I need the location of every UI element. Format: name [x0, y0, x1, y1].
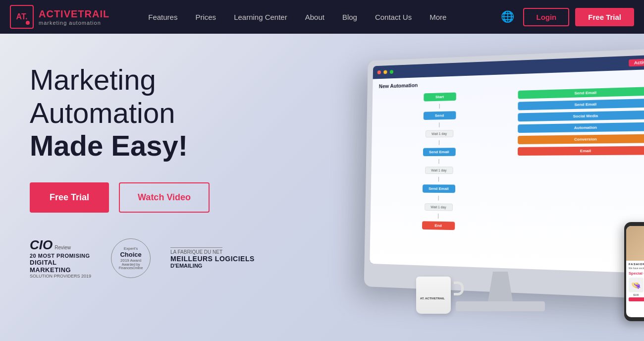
logo-name: ACTIVETRAIL — [39, 8, 109, 20]
globe-icon[interactable]: 🌐 — [498, 7, 517, 26]
logo-text-area: ACTIVETRAIL marketing automation — [39, 8, 109, 26]
node-wait1: Wait 1 day — [425, 130, 453, 137]
watch-video-button[interactable]: Watch Video — [119, 182, 210, 213]
node-r1: Send Email — [518, 87, 644, 99]
fabrique-top: LA FABRIQUE DU NET — [170, 247, 222, 255]
phone-offer-text: We have exciting offers for you! — [629, 267, 644, 270]
mug-body: AT. ACTIVETRAIL — [416, 277, 451, 314]
node-start: Start — [424, 92, 456, 101]
node-r4: Automation — [518, 122, 644, 133]
phone-product-1: 👒 — [629, 278, 644, 292]
logo-dot — [26, 21, 30, 25]
screen-content: New Automation Start Send Wait 1 day Sen… — [370, 69, 644, 242]
mug: AT. ACTIVETRAIL — [416, 272, 456, 314]
connector — [439, 122, 439, 127]
connector — [439, 104, 440, 109]
connector — [438, 159, 439, 164]
free-trial-hero-button[interactable]: Free Trial — [30, 182, 109, 213]
node-wait3: Wait 1 day — [425, 203, 453, 211]
monitor-outer: Activate New Automation Start Send Wait … — [364, 48, 644, 299]
connector — [438, 177, 439, 182]
nav-more[interactable]: More — [421, 0, 455, 34]
activate-btn[interactable]: Activate — [629, 58, 644, 67]
phone-products: 👒 🎀 — [629, 278, 644, 292]
node-end: End — [422, 221, 455, 230]
award-fabrique: LA FABRIQUE DU NET MEILLEURS LOGICIELS D… — [170, 247, 255, 269]
hero-title-line1: Marketing Automation — [30, 63, 175, 129]
node-r6: Email — [518, 146, 644, 156]
dot-red — [377, 70, 381, 74]
dot-green — [390, 70, 393, 74]
node-wait2: Wait 1 day — [425, 167, 453, 174]
cio-sub2: SOLUTION PROVIDERS 2019 — [30, 274, 91, 279]
mug-logo: AT. ACTIVETRAIL — [420, 297, 445, 300]
navbar: AT. ACTIVETRAIL marketing automation Fea… — [0, 0, 644, 34]
nav-about[interactable]: About — [296, 0, 333, 34]
connector — [438, 214, 438, 219]
free-trial-nav-button[interactable]: Free Trial — [575, 8, 634, 26]
logo[interactable]: AT. ACTIVETRAIL marketing automation — [10, 5, 109, 29]
award-experts: Expert's Choice 2019 Award Awarded by Fi… — [111, 238, 151, 278]
monitor-bezel: Activate New Automation Start Send Wait … — [370, 55, 644, 274]
logo-at-text: AT. — [16, 12, 28, 21]
dot-yellow — [383, 70, 387, 74]
connector — [439, 140, 439, 145]
node-r5: Conversion — [518, 134, 644, 144]
nav-contact-us[interactable]: Contact Us — [366, 0, 421, 34]
logo-active: ACTIVE — [39, 8, 78, 19]
node-r2: Send Email — [518, 99, 644, 111]
monitor-stand-base — [456, 301, 545, 311]
node-send-email2: Send Email — [422, 184, 455, 193]
expert-year: 2019 Award — [120, 258, 141, 263]
cio-main: DIGITALMARKETING — [30, 259, 71, 274]
nav-features[interactable]: Features — [139, 0, 186, 34]
connector — [438, 196, 439, 201]
expert-label: Expert's — [124, 246, 138, 251]
fabrique-sub: D'EMAILING — [170, 263, 202, 269]
hero-section: Marketing Automation Made Easy! Free Tri… — [0, 34, 644, 341]
node-r3: Social Media — [518, 111, 644, 122]
phone-screen: 👒 FASHION WORLD We have exciting offers … — [626, 226, 644, 317]
award-cio: CIO Review 20 MOST PROMISING DIGITALMARK… — [30, 237, 91, 279]
hero-title-line2: Made Easy! — [30, 129, 188, 162]
phone-text-area: FASHION WORLD We have exciting offers fo… — [626, 261, 644, 303]
login-button[interactable]: Login — [523, 8, 569, 26]
hero-title: Marketing Automation Made Easy! — [30, 63, 287, 163]
awards: CIO Review 20 MOST PROMISING DIGITALMARK… — [30, 237, 287, 279]
hero-buttons: Free Trial Watch Video — [30, 182, 287, 213]
phone-store-name: FASHION WORLD — [629, 263, 644, 266]
hero-content: Marketing Automation Made Easy! Free Tri… — [30, 63, 287, 279]
phone: 👒 FASHION WORLD We have exciting offers … — [624, 222, 644, 321]
mug-handle — [454, 282, 464, 295]
flow-left: Start Send Wait 1 day Send Email Wait 1 … — [376, 91, 503, 231]
node-send-email: Send Email — [423, 148, 455, 156]
phone-btn-row — [629, 297, 644, 301]
logo-sub: marketing automation — [39, 20, 109, 26]
phone-price-1: $100 — [629, 293, 644, 296]
phone-buy-btn[interactable] — [629, 297, 644, 301]
phone-price-row: $100 $75 — [629, 293, 644, 296]
expert-by: Awarded by FinancesOnline — [114, 263, 147, 270]
cio-subtitle: 20 MOST PROMISING — [30, 253, 90, 259]
flow-right: Send Email Send Email Social Media Autom… — [517, 87, 644, 234]
monitor-area: Activate New Automation Start Send Wait … — [327, 54, 644, 341]
cio-text: CIO — [30, 237, 53, 253]
phone-banner: 👒 — [626, 226, 644, 261]
nav-right: 🌐 Login Free Trial — [498, 7, 634, 26]
nav-blog[interactable]: Blog — [333, 0, 366, 34]
fabrique-main: MEILLEURS LOGICIELS — [170, 255, 255, 263]
flow-area: Start Send Wait 1 day Send Email Wait 1 … — [375, 85, 644, 237]
monitor-screen: Activate New Automation Start Send Wait … — [370, 55, 644, 274]
cio-review: Review — [54, 245, 71, 250]
nav-links: Features Prices Learning Center About Bl… — [139, 0, 498, 34]
node-send: Send — [423, 111, 456, 120]
nav-prices[interactable]: Prices — [186, 0, 225, 34]
nav-learning-center[interactable]: Learning Center — [225, 0, 296, 34]
logo-trail: TRAIL — [78, 8, 109, 19]
expert-choice: Choice — [120, 251, 141, 258]
phone-special-offer: Special Offer — [629, 271, 644, 276]
award-cio-top: CIO Review — [30, 237, 71, 253]
logo-icon: AT. — [10, 5, 34, 29]
